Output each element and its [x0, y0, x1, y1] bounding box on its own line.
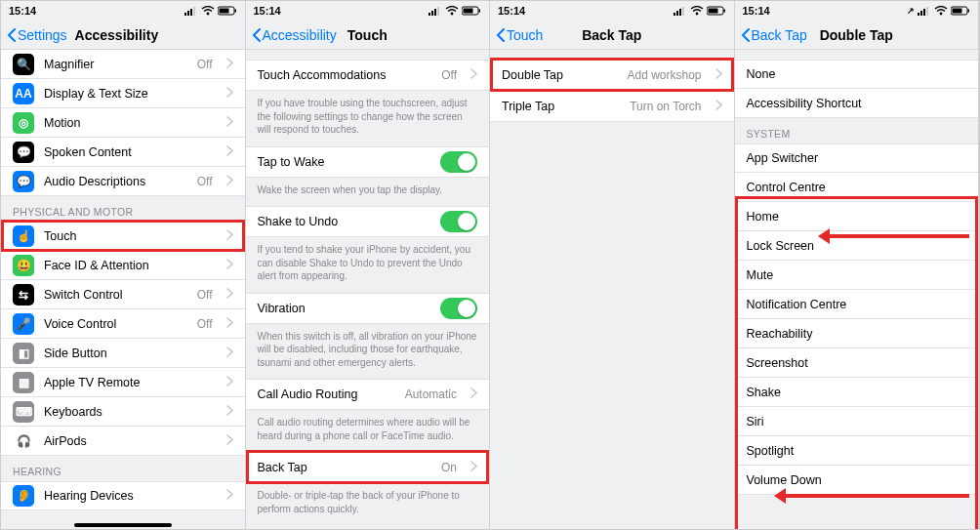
option-row[interactable]: Control Centre	[735, 173, 979, 202]
row-label: Touch Accommodations	[258, 68, 432, 82]
wifi-icon	[690, 6, 704, 16]
option-row[interactable]: Shake	[735, 378, 979, 407]
row-value: Off	[197, 58, 213, 71]
chevron-left-icon	[496, 28, 505, 42]
option-row[interactable]: Accessibility Shortcut	[735, 89, 979, 118]
svg-rect-6	[219, 9, 228, 14]
chevron-right-icon	[226, 58, 233, 68]
row-label: Spoken Content	[44, 145, 213, 159]
settings-row[interactable]: ⌨ Keyboards	[1, 397, 245, 427]
svg-rect-19	[682, 7, 684, 16]
row-icon: 🎧	[13, 430, 34, 452]
settings-row[interactable]: 🔍 Magnifier Off	[1, 50, 245, 79]
row-label: Shake	[747, 386, 967, 399]
svg-rect-27	[926, 7, 928, 16]
back-button[interactable]: Accessibility	[252, 27, 337, 43]
option-row[interactable]: Home	[735, 202, 979, 231]
settings-row[interactable]: 😃 Face ID & Attention	[1, 251, 245, 280]
signal-icon	[918, 6, 931, 16]
settings-row[interactable]: 👂 Hearing Devices	[1, 481, 245, 510]
chevron-right-icon	[226, 317, 233, 328]
battery-icon	[462, 6, 481, 16]
chevron-left-icon	[7, 28, 16, 42]
settings-row[interactable]: Vibration	[246, 293, 490, 324]
settings-row[interactable]: ◎ Motion	[1, 108, 245, 138]
settings-row[interactable]: Double Tap Add workshop	[490, 60, 734, 91]
chevron-right-icon	[226, 145, 233, 156]
option-row[interactable]: Reachability	[735, 319, 979, 348]
signal-icon	[184, 6, 198, 16]
option-row[interactable]: Volume Down	[735, 466, 979, 495]
row-label: Side Button	[44, 347, 213, 360]
row-chevron	[226, 229, 233, 243]
chevron-right-icon	[226, 288, 233, 299]
pane-double-tap: 15:14 ↗ Back Tap Double Tap None Accessi…	[735, 1, 980, 530]
settings-row[interactable]: Call Audio Routing Automatic	[246, 379, 490, 410]
battery-icon	[951, 6, 970, 16]
row-value: Turn on Torch	[630, 100, 701, 113]
option-row[interactable]: Notification Centre	[735, 290, 979, 319]
row-value: Off	[197, 288, 213, 302]
chevron-right-icon	[226, 405, 233, 416]
footer-note: Call audio routing determines where audi…	[246, 410, 490, 452]
settings-row[interactable]: ◧ Side Button	[1, 339, 245, 368]
settings-row[interactable]: 🎧 AirPods	[1, 427, 245, 456]
chevron-right-icon	[226, 376, 233, 387]
toggle-switch[interactable]	[440, 151, 477, 173]
row-label: Vibration	[258, 302, 431, 315]
settings-row[interactable]: ☝ Touch	[1, 222, 245, 251]
scroll-area[interactable]: Touch Accommodations Off If you have tro…	[246, 50, 490, 530]
row-label: Mute	[747, 268, 967, 282]
settings-row[interactable]: 💬 Audio Descriptions Off	[1, 167, 245, 196]
row-chevron	[715, 100, 722, 113]
row-label: Magnifier	[44, 58, 187, 71]
option-row[interactable]: Spotlight	[735, 436, 979, 466]
settings-row[interactable]: Tap to Wake	[246, 146, 490, 178]
svg-rect-11	[437, 7, 439, 16]
status-icons: ↗	[907, 6, 970, 16]
settings-row[interactable]: Triple Tap Turn on Torch	[490, 91, 734, 122]
back-button[interactable]: Settings	[7, 27, 67, 43]
row-label: Triple Tap	[502, 100, 620, 113]
option-row[interactable]: Siri	[735, 407, 979, 436]
row-chevron	[470, 461, 477, 474]
signal-icon	[674, 6, 687, 16]
row-label: Control Centre	[747, 181, 967, 194]
toggle-switch[interactable]	[440, 298, 477, 319]
settings-row[interactable]: 💬 Spoken Content	[1, 138, 245, 167]
svg-rect-2	[190, 9, 192, 16]
row-chevron	[226, 288, 233, 302]
row-label: Screenshot	[747, 356, 967, 370]
settings-row[interactable]: Back Tap On	[246, 452, 490, 483]
status-time: 15:14	[9, 5, 36, 17]
option-row[interactable]: None	[735, 60, 979, 89]
back-button[interactable]: Touch	[496, 27, 543, 43]
row-value: Off	[441, 68, 457, 82]
option-row[interactable]: Screenshot	[735, 348, 979, 378]
group-header-physical: PHYSICAL AND MOTOR	[1, 196, 245, 222]
row-value: Off	[197, 317, 213, 331]
back-button[interactable]: Back Tap	[741, 27, 807, 43]
row-chevron	[226, 87, 233, 101]
settings-row[interactable]: ⇆ Switch Control Off	[1, 280, 245, 309]
row-icon: ⌨	[13, 401, 34, 423]
svg-rect-22	[708, 9, 717, 14]
svg-rect-7	[234, 10, 236, 13]
scroll-area[interactable]: Double Tap Add workshop Triple Tap Turn …	[490, 50, 734, 530]
row-label: Spotlight	[747, 444, 967, 458]
svg-rect-16	[674, 13, 675, 16]
chevron-right-icon	[715, 100, 722, 110]
settings-row[interactable]: ▦ Apple TV Remote	[1, 368, 245, 397]
settings-row[interactable]: Shake to Undo	[246, 206, 490, 237]
svg-rect-26	[923, 9, 925, 16]
settings-row[interactable]: 🎤 Voice Control Off	[1, 309, 245, 339]
option-row[interactable]: Mute	[735, 261, 979, 290]
option-row[interactable]: App Switcher	[735, 143, 979, 173]
settings-row[interactable]: AA Display & Text Size	[1, 79, 245, 108]
scroll-area[interactable]: None Accessibility Shortcut SYSTEM App S…	[735, 50, 979, 530]
settings-row[interactable]: Touch Accommodations Off	[246, 60, 490, 91]
toggle-switch[interactable]	[440, 211, 477, 232]
signal-icon	[429, 6, 442, 16]
option-row[interactable]: Lock Screen	[735, 231, 979, 261]
scroll-area[interactable]: 🔍 Magnifier Off AA Display & Text Size ◎…	[1, 50, 245, 530]
